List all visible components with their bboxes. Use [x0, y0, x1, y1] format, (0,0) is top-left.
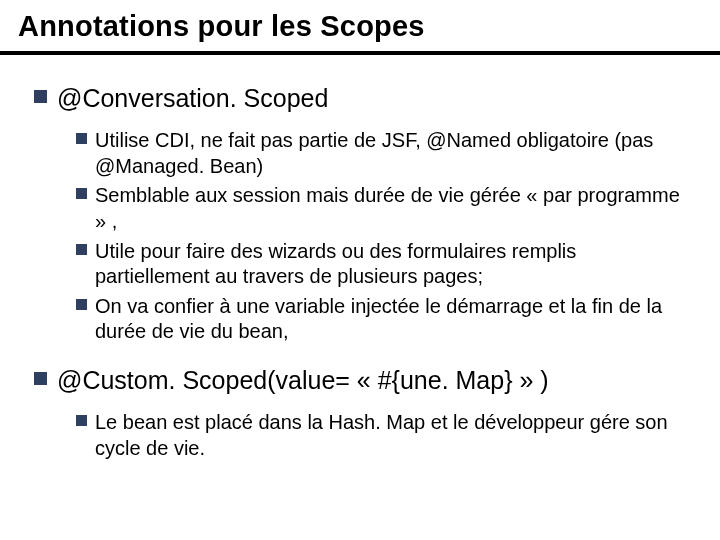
- list-item-label: On va confier à une variable injectée le…: [95, 294, 686, 345]
- square-bullet-icon: [76, 188, 87, 199]
- list-item: @Custom. Scoped(value= « #{une. Map} » ): [34, 365, 686, 396]
- square-bullet-icon: [34, 372, 47, 385]
- list-item-label: @Conversation. Scoped: [57, 83, 686, 114]
- list-item-label: Utilise CDI, ne fait pas partie de JSF, …: [95, 128, 686, 179]
- slide-content: @Conversation. Scoped Utilise CDI, ne fa…: [0, 55, 720, 461]
- list-item: Le bean est placé dans la Hash. Map et l…: [76, 410, 686, 461]
- list-item: @Conversation. Scoped: [34, 83, 686, 114]
- list-item-label: Le bean est placé dans la Hash. Map et l…: [95, 410, 686, 461]
- list-item-label: Semblable aux session mais durée de vie …: [95, 183, 686, 234]
- sublist: Le bean est placé dans la Hash. Map et l…: [76, 410, 686, 461]
- list-item: Utile pour faire des wizards ou des form…: [76, 239, 686, 290]
- square-bullet-icon: [76, 133, 87, 144]
- list-item-label: Utile pour faire des wizards ou des form…: [95, 239, 686, 290]
- square-bullet-icon: [76, 415, 87, 426]
- list-item-label: @Custom. Scoped(value= « #{une. Map} » ): [57, 365, 686, 396]
- square-bullet-icon: [34, 90, 47, 103]
- list-item: On va confier à une variable injectée le…: [76, 294, 686, 345]
- list-item: Semblable aux session mais durée de vie …: [76, 183, 686, 234]
- list-item: Utilise CDI, ne fait pas partie de JSF, …: [76, 128, 686, 179]
- square-bullet-icon: [76, 299, 87, 310]
- slide-title: Annotations pour les Scopes: [0, 0, 720, 55]
- slide: Annotations pour les Scopes @Conversatio…: [0, 0, 720, 540]
- sublist: Utilise CDI, ne fait pas partie de JSF, …: [76, 128, 686, 345]
- square-bullet-icon: [76, 244, 87, 255]
